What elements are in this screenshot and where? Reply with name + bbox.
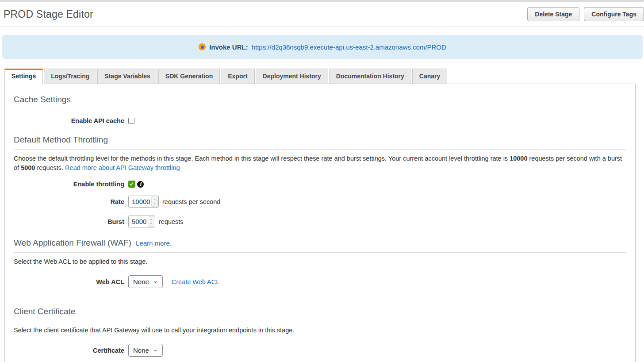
read-more-throttling-link[interactable]: Read more about API Gateway throttling xyxy=(65,164,180,171)
tab-stage-variables[interactable]: Stage Variables xyxy=(97,69,157,84)
tab-canary[interactable]: Canary xyxy=(412,69,447,84)
tab-settings[interactable]: Settings xyxy=(4,69,43,85)
burst-suffix: requests xyxy=(159,218,184,225)
web-acl-label: Web ACL xyxy=(14,278,124,285)
tab-sdk-generation[interactable]: SDK Generation xyxy=(158,69,220,84)
certificate-description: Select the client certificate that API G… xyxy=(14,326,626,335)
certificate-selected-value: None xyxy=(133,347,149,354)
tab-documentation-history[interactable]: Documentation History xyxy=(329,69,411,84)
waf-learn-more-link[interactable]: Learn more. xyxy=(136,239,172,247)
web-acl-row: Web ACL None⌄ Create Web ACL xyxy=(14,275,626,288)
web-acl-selected-value: None xyxy=(133,278,149,285)
burst-label: Burst xyxy=(14,218,124,225)
enable-throttling-checkbox[interactable]: ✓ xyxy=(128,181,135,188)
throttling-desc-text-3: requests. xyxy=(35,164,65,171)
chevron-down-icon: ⌄ xyxy=(153,280,158,282)
delete-stage-button[interactable]: Delete Stage xyxy=(527,7,579,21)
burst-row: Burst ⌃⌄ requests xyxy=(14,216,626,227)
invoke-url-link[interactable]: https://d2q36nsqb9.execute-api.us-east-2… xyxy=(252,43,446,51)
rate-label: Rate xyxy=(14,198,124,205)
chevron-down-icon: ⌄ xyxy=(153,348,158,351)
create-web-acl-link[interactable]: Create Web ACL xyxy=(172,278,220,285)
enable-api-cache-label: Enable API cache xyxy=(14,117,124,124)
spinner-down-icon[interactable]: ⌄ xyxy=(150,222,153,224)
tab-logs-tracing[interactable]: Logs/Tracing xyxy=(44,69,96,84)
header-buttons: Delete Stage Configure Tags xyxy=(527,7,644,21)
enable-api-cache-row: Enable API cache xyxy=(14,117,626,124)
enable-throttling-row: Enable throttling ✓ i xyxy=(14,181,626,188)
page-title: PROD Stage Editor xyxy=(4,8,93,20)
waf-heading-text: Web Application Firewall (WAF) xyxy=(14,238,131,247)
waf-description: Select the Web ACL to be applied to this… xyxy=(14,257,626,266)
throttling-description: Choose the default throttling level for … xyxy=(14,154,626,173)
client-certificate-heading: Client Certificate xyxy=(14,307,626,316)
throttling-desc-text-1: Choose the default throttling level for … xyxy=(14,155,510,162)
enable-api-cache-checkbox[interactable] xyxy=(128,118,134,124)
account-burst-value: 5000 xyxy=(21,164,35,171)
burst-input-wrap: ⌃⌄ xyxy=(128,216,155,227)
waf-heading: Web Application Firewall (WAF)Learn more… xyxy=(14,238,626,248)
web-acl-select[interactable]: None⌄ xyxy=(128,275,163,288)
configure-tags-button[interactable]: Configure Tags xyxy=(584,7,644,21)
info-icon[interactable]: i xyxy=(137,181,144,188)
rate-spinner[interactable]: ⌃⌄ xyxy=(151,196,158,207)
spinner-down-icon[interactable]: ⌄ xyxy=(153,202,157,204)
tab-export[interactable]: Export xyxy=(221,69,254,84)
cache-settings-heading: Cache Settings xyxy=(14,95,626,104)
invoke-url-banner: Invoke URL: https://d2q36nsqb9.execute-a… xyxy=(2,35,643,59)
divider xyxy=(14,109,626,109)
certificate-select[interactable]: None⌄ xyxy=(128,344,163,357)
tab-deployment-history[interactable]: Deployment History xyxy=(256,69,328,84)
invoke-url-icon xyxy=(199,43,206,50)
throttling-heading: Default Method Throttling xyxy=(14,135,626,145)
burst-input[interactable] xyxy=(129,216,148,227)
divider xyxy=(14,321,626,321)
account-rate-value: 10000 xyxy=(510,155,527,162)
tab-bar: Settings Logs/Tracing Stage Variables SD… xyxy=(4,69,644,84)
settings-panel: Cache Settings Enable API cache Default … xyxy=(4,84,636,362)
enable-throttling-label: Enable throttling xyxy=(14,181,124,188)
rate-input-wrap: ⌃⌄ xyxy=(128,196,159,208)
burst-spinner[interactable]: ⌃⌄ xyxy=(148,216,154,227)
divider xyxy=(14,149,626,150)
rate-suffix: requests per second xyxy=(162,198,220,205)
invoke-url-icon-dot xyxy=(201,46,204,49)
invoke-url-label: Invoke URL: xyxy=(209,43,248,51)
divider xyxy=(14,252,626,253)
rate-input[interactable] xyxy=(129,196,151,207)
certificate-row: Certificate None⌄ xyxy=(14,344,626,357)
certificate-label: Certificate xyxy=(14,347,124,354)
page-header: PROD Stage Editor Delete Stage Configure… xyxy=(0,2,644,27)
rate-row: Rate ⌃⌄ requests per second xyxy=(14,196,626,208)
